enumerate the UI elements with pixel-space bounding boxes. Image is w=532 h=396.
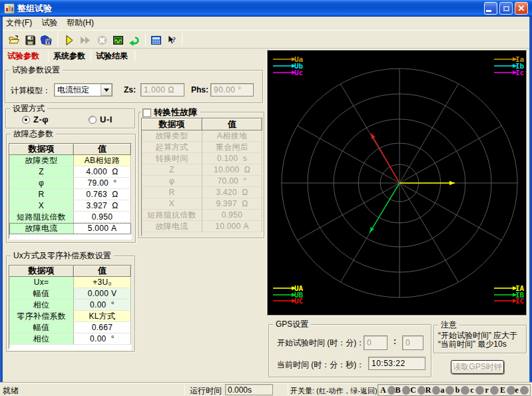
table-row[interactable]: R0.763 Ω — [9, 189, 131, 200]
table-cell-value[interactable]: 0.950 — [74, 212, 131, 223]
menu-test[interactable]: 试验 — [37, 16, 62, 30]
table-cell-value[interactable]: 3.420 Ω — [202, 187, 262, 198]
table-cell-label: 起算方式 — [142, 142, 202, 153]
table-cell-value[interactable]: 0.100 s — [202, 153, 262, 164]
switch-indicator-c: c — [470, 385, 485, 395]
table-cell-label: 相位 — [9, 333, 74, 345]
table-row[interactable]: 短路阻抗倍数0.950 — [142, 210, 262, 221]
table-row[interactable]: Ux=+3U₀ — [9, 277, 131, 288]
radio-u-i[interactable]: U-I — [89, 114, 113, 124]
app-icon — [4, 3, 15, 14]
tab-test-results[interactable]: 试验结果 — [91, 49, 135, 63]
group-fault-params: 故障态参数 数据项值故障类型AB相短路Z4.000 Ωφ79.00 °R0.76… — [6, 134, 136, 243]
switch-indicators: ABCRabcrEe — [378, 384, 531, 396]
fast-forward-icon[interactable] — [80, 35, 91, 46]
convert-fault-table[interactable]: 数据项值故障类型A相接地起算方式重合闸后转换时间0.100 sZ10.000 Ω… — [141, 118, 263, 236]
status-ready: 就绪 — [3, 385, 19, 396]
run-test-icon[interactable] — [64, 35, 75, 46]
table-row[interactable]: φ79.00 ° — [9, 178, 131, 189]
table-cell-value[interactable]: 0.763 Ω — [74, 189, 131, 200]
table-cell-value[interactable]: +3U₀ — [74, 277, 131, 288]
titlebar: 整组试验 ✕ — [0, 0, 532, 17]
table-cell-label: R — [142, 187, 202, 198]
export-word-icon[interactable]: W — [41, 35, 52, 46]
current-time-input[interactable]: 10:53:22 — [368, 357, 425, 370]
table-row[interactable]: 故障电流10.000 A — [142, 221, 262, 232]
calc-model-label: 计算模型： — [11, 85, 51, 97]
zs-input[interactable]: 1.000 Ω — [140, 83, 184, 97]
tab-test-params[interactable]: 试验参数 — [3, 49, 49, 63]
combobox-arrow-icon[interactable] — [101, 84, 112, 96]
undo-icon[interactable] — [129, 35, 140, 46]
phs-label: Phs: — [191, 85, 208, 95]
radio-z-phi[interactable]: Z-φ — [22, 114, 49, 124]
table-row[interactable]: 短路阻抗倍数0.950 — [9, 212, 131, 223]
calc-model-select[interactable]: 电流恒定 — [54, 83, 113, 97]
menu-help[interactable]: 帮助(H) — [62, 16, 99, 30]
table-row[interactable]: 转换时间0.100 s — [142, 153, 262, 164]
indicator-dot — [490, 386, 499, 395]
table-cell-value[interactable]: 9.397 Ω — [202, 198, 262, 210]
waveform-icon[interactable] — [113, 35, 124, 46]
read-gps-clock-button[interactable]: 读取GPS时钟 — [451, 360, 504, 374]
minimize-button[interactable] — [484, 2, 497, 15]
table-cell-value[interactable]: 0.00 ° — [74, 299, 131, 311]
convert-fault-checkbox[interactable]: 转换性故障 — [141, 106, 200, 118]
table-cell-value[interactable]: A相接地 — [202, 130, 262, 142]
table-row[interactable]: 故障类型A相接地 — [142, 130, 262, 142]
calculator-icon[interactable] — [150, 35, 162, 46]
table-row[interactable]: 幅值0.000 V — [9, 288, 131, 299]
save-icon[interactable] — [25, 35, 36, 46]
table-cell-value[interactable]: 0.000 V — [74, 288, 131, 299]
table-row[interactable]: 零序补偿系数KL方式 — [9, 311, 131, 322]
table-cell-value[interactable]: 0.00 ° — [74, 333, 131, 345]
table-row[interactable]: X9.397 Ω — [142, 198, 262, 210]
table-row[interactable]: 相位0.00 ° — [9, 299, 131, 311]
table-cell-value[interactable]: 0.950 — [202, 210, 262, 221]
table-row[interactable]: 故障电流5.000 A — [9, 223, 131, 234]
table-cell-label: 转换时间 — [142, 153, 202, 164]
fault-params-table[interactable]: 数据项值故障类型AB相短路Z4.000 Ωφ79.00 °R0.763 ΩX3.… — [9, 143, 132, 239]
table-row[interactable]: Z10.000 Ω — [142, 164, 262, 176]
table-header-cell: 数据项 — [9, 266, 74, 277]
maximize-button[interactable] — [499, 2, 513, 15]
table-row[interactable]: R3.420 Ω — [142, 187, 262, 198]
open-file-icon[interactable] — [9, 35, 20, 46]
table-row[interactable]: 幅值0.667 — [9, 322, 131, 333]
ux-settings-table[interactable]: 数据项值Ux=+3U₀幅值0.000 V相位0.00 °零序补偿系数KL方式幅值… — [9, 265, 132, 349]
start-hour-input[interactable]: 0 — [364, 335, 388, 350]
phs-input[interactable]: 90.00 ° — [210, 83, 254, 97]
menu-file[interactable]: 文件(F) — [1, 16, 37, 30]
table-cell-value[interactable]: 79.00 ° — [74, 178, 131, 189]
indicator-dot — [520, 386, 529, 395]
table-cell-value[interactable]: 3.927 Ω — [74, 200, 131, 212]
tab-system-params[interactable]: 系统参数 — [49, 49, 91, 63]
tab-bar: 试验参数 系统参数 试验结果 — [3, 49, 265, 63]
table-row[interactable]: 相位0.00 ° — [9, 333, 131, 345]
table-cell-value[interactable]: 0.667 — [74, 322, 131, 333]
switch-indicator-a: a — [440, 385, 455, 395]
current-time-label: 当前时间 (时：分：秒)： — [277, 359, 364, 371]
table-row[interactable]: X3.927 Ω — [9, 200, 131, 212]
close-button[interactable]: ✕ — [515, 2, 528, 15]
group-convert-fault: 转换性故障 数据项值故障类型A相接地起算方式重合闸后转换时间0.100 sZ10… — [138, 112, 264, 238]
stop-icon[interactable] — [97, 35, 108, 46]
table-cell-value[interactable]: 4.000 Ω — [74, 166, 131, 178]
table-row[interactable]: 故障类型AB相短路 — [9, 155, 131, 166]
table-row[interactable]: 起算方式重合闸后 — [142, 142, 262, 153]
table-cell-value[interactable]: 10.000 Ω — [202, 164, 262, 176]
table-row[interactable]: Z4.000 Ω — [9, 166, 131, 178]
start-min-input[interactable]: 0 — [402, 335, 423, 350]
help-pointer-icon[interactable]: ? — [166, 35, 178, 46]
legend-label: UC — [294, 297, 303, 305]
legend-label: Ic — [515, 69, 524, 77]
table-cell-value[interactable]: 70.00 ° — [202, 176, 262, 187]
table-cell-value[interactable]: KL方式 — [74, 311, 131, 322]
table-row[interactable]: φ70.00 ° — [142, 176, 262, 187]
table-cell-value[interactable]: AB相短路 — [74, 155, 131, 166]
table-cell-label: 幅值 — [9, 322, 74, 333]
table-cell-value[interactable]: 10.000 A — [202, 221, 262, 232]
table-cell-value[interactable]: 5.000 A — [74, 223, 131, 234]
table-cell-value[interactable]: 重合闸后 — [202, 142, 262, 153]
statusbar-separator — [184, 385, 185, 395]
